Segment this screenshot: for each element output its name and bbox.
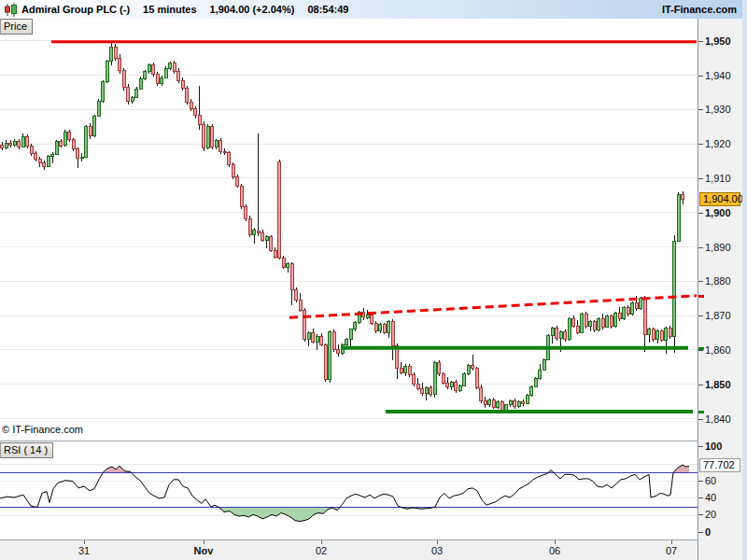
rsi-axis-label: 60	[705, 476, 716, 485]
level-axis-marker	[698, 295, 704, 298]
rsi-chart-canvas[interactable]	[0, 441, 698, 540]
tab-rsi[interactable]: RSI ( 14 )	[0, 442, 53, 458]
price-axis-label: 1,870	[705, 311, 731, 320]
time-axis-tick	[437, 540, 438, 544]
last-price-badge: 1,904.00	[699, 192, 740, 206]
time-axis-tick	[84, 540, 85, 544]
price-axis-tick	[698, 350, 703, 351]
level-axis-marker	[698, 347, 704, 350]
rsi-axis-tick	[698, 532, 703, 533]
price-axis-tick	[698, 178, 703, 179]
rsi-axis-label: 40	[705, 493, 716, 502]
price-axis-tick	[698, 144, 703, 145]
level-axis-marker	[698, 411, 704, 413]
price-axis-label: 1,930	[705, 105, 731, 114]
rsi-axis-tick	[698, 497, 703, 498]
price-axis-tick	[698, 315, 703, 316]
price-axis-tick	[698, 41, 703, 42]
copyright-watermark: © IT-Finance.com	[2, 424, 83, 435]
time-axis-label: 03	[431, 545, 443, 556]
rsi-axis-tick	[698, 481, 703, 482]
time-axis-label: 31	[78, 545, 90, 556]
rsi-axis-label: 20	[705, 510, 716, 519]
price-axis-label: 1,850	[705, 380, 731, 389]
title-bar: Admiral Group PLC (-) 15 minutes 1,904.0…	[0, 0, 742, 20]
price-axis-tick	[698, 213, 703, 214]
rsi-axis-label: 100	[705, 441, 722, 451]
price-axis-label: 1,940	[705, 71, 731, 80]
price-axis-label: 1,840	[705, 414, 731, 424]
rsi-axis-label: 0	[705, 527, 711, 537]
time-axis-label: Nov	[194, 545, 214, 556]
rsi-axis-tick	[698, 446, 703, 447]
rsi-value-badge: 77.702	[699, 458, 740, 472]
price-axis-label: 1,880	[705, 276, 731, 286]
price-axis-tick	[698, 76, 703, 77]
price-axis-tick	[698, 385, 703, 385]
price-axis-tick	[698, 247, 703, 248]
time-axis-label: 06	[549, 545, 560, 556]
price-axis-tick	[698, 109, 703, 110]
timeframe-label: 15 minutes	[143, 4, 196, 15]
time-axis-label: 02	[316, 545, 327, 556]
time-axis-label: 07	[666, 545, 677, 556]
time-axis-tick	[204, 540, 204, 544]
price-axis-label: 1,950	[705, 36, 731, 46]
last-quote: 1,904.00 (+2.04%)	[210, 4, 295, 15]
chart-window: { "header": { "title": "Admiral Group PL…	[0, 0, 747, 560]
time-axis-tick	[321, 540, 322, 544]
price-axis-label: 1,910	[705, 174, 731, 183]
price-axis-tick	[698, 281, 703, 282]
rsi-indicator-panel[interactable]: RSI ( 14 )	[0, 441, 698, 540]
window-edge	[742, 0, 747, 560]
price-axis-label: 1,860	[705, 345, 731, 355]
candlestick-icon	[4, 3, 18, 17]
time-axis[interactable]: 31Nov02030607	[0, 539, 698, 560]
price-axis-label: 1,890	[705, 243, 731, 252]
price-axis-tick	[698, 419, 703, 420]
time-axis-tick	[671, 540, 672, 544]
value-axis[interactable]: 1,904.00 77.702 1,8401,8501,8601,8701,88…	[698, 19, 743, 560]
price-axis-label: 1,920	[705, 139, 731, 148]
price-axis-label: 1,900	[705, 208, 731, 217]
tab-price[interactable]: Price	[0, 19, 33, 35]
price-chart-panel[interactable]: Price © IT-Finance.com	[0, 19, 698, 441]
clock: 08:54:49	[307, 4, 348, 15]
instrument-name: Admiral Group PLC (-)	[21, 4, 130, 15]
price-chart-canvas[interactable]	[0, 19, 698, 441]
rsi-axis-tick	[698, 514, 703, 515]
brand-logo: IT-Finance.com	[662, 4, 737, 15]
time-axis-tick	[555, 540, 556, 544]
